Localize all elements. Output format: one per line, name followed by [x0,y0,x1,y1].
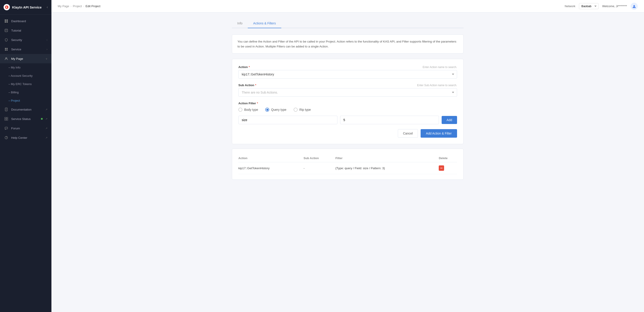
radio-rip-label: Rip type [300,108,311,111]
breadcrumb: My Page › Project › Edit Project [58,5,100,8]
svg-rect-12 [6,50,8,51]
network-select[interactable]: Baobab Cypress [579,3,598,9]
service-label: Service [11,48,44,51]
row-sub-action: - [304,162,336,174]
service-icon [4,47,8,52]
svg-rect-18 [5,117,6,119]
filter-add-button[interactable]: Add [442,116,457,124]
service-status-dot [41,118,43,120]
sidebar-item-documentation[interactable]: Documentation ↗ [0,105,52,114]
radio-rip-type[interactable]: Rip type [294,108,311,112]
help-center-icon: ? [4,135,8,140]
sidebar-item-forum[interactable]: Forum ↗ [0,124,52,133]
svg-rect-10 [6,48,8,49]
sub-action-label-row: Sub Action * Enter Sub Action name to se… [238,84,457,87]
sub-action-hint: Enter Sub Action name to search. [417,84,457,87]
action-filter-label: Action Filter [238,102,256,105]
main-area: My Page › Project › Edit Project Network… [52,0,644,312]
dashboard-label: Dashboard [11,20,48,23]
sidebar-item-dashboard[interactable]: Dashboard [0,16,52,26]
page-content: Info Actions & Filters You can define th… [52,13,644,312]
my-page-label: My Page [11,57,43,61]
svg-rect-2 [5,20,6,21]
service-arrow-icon: › [46,48,48,51]
page-header: My Page › Project › Edit Project Network… [52,0,644,13]
sub-action-label: Sub Action [238,84,254,87]
sidebar-item-account-security[interactable]: – Account Security [0,72,52,80]
forum-label: Forum [11,127,43,130]
breadcrumb-sep-1: › [70,5,71,8]
table-row: kip17::GetTokenHistory - {Type: query / … [238,162,457,174]
cancel-button[interactable]: Cancel [398,129,418,138]
forum-ext-icon: ↗ [46,127,48,130]
security-label: Security [11,38,44,42]
sidebar-item-project[interactable]: – Project [0,97,52,105]
add-action-filter-button[interactable]: Add Action & Filter [420,129,457,138]
svg-rect-21 [6,119,8,120]
action-label: Action [238,65,248,69]
logo-title: Klaytn API Service [12,5,42,9]
sidebar-item-billing[interactable]: – Billing [0,88,52,97]
action-hint: Enter Action name to search. [422,66,457,69]
my-page-icon [4,56,8,61]
action-group: Action * Enter Action name to search. ki… [238,65,457,79]
filter-value-input[interactable] [340,116,439,124]
security-arrow-icon: › [46,39,48,41]
svg-rect-9 [5,48,6,49]
radio-body-circle [238,108,242,112]
sidebar-item-my-page[interactable]: My Page ∨ [0,54,52,63]
form-section: Action * Enter Action name to search. ki… [232,59,464,144]
help-center-ext-icon: ↗ [46,136,48,139]
radio-query-type[interactable]: Query type [265,108,286,112]
documentation-icon [4,107,8,112]
radio-query-label: Query type [271,108,286,111]
svg-rect-22 [5,127,8,129]
tab-info[interactable]: Info [232,19,248,28]
delete-button[interactable] [439,165,444,171]
filter-radio-group: Body type Query type Rip type [238,108,457,112]
svg-rect-4 [5,21,6,23]
sidebar: Klaytn API Service ‹ Dashboard Tutorial … [0,0,52,312]
sidebar-collapse-button[interactable]: ‹ [47,5,48,9]
svg-text:?: ? [6,137,7,139]
service-status-label: Service Status [11,117,37,121]
sidebar-logo: Klaytn API Service ‹ [0,0,52,15]
action-buttons: Cancel Add Action & Filter [238,129,457,138]
breadcrumb-project[interactable]: Project [73,5,82,8]
radio-body-type[interactable]: Body type [238,108,258,112]
sidebar-item-my-info[interactable]: – My Info [0,63,52,72]
action-required-star: * [249,65,250,69]
forum-icon [4,126,8,131]
sidebar-item-service-status[interactable]: Service Status ↗ [0,114,52,124]
svg-rect-6 [5,29,8,32]
action-select[interactable]: kip17::GetTokenHistory [238,70,457,79]
breadcrumb-my-page[interactable]: My Page [58,5,69,8]
sub-action-required-star: * [255,84,256,87]
breadcrumb-edit-project: Edit Project [86,5,100,8]
svg-point-25 [634,5,635,7]
actions-table: Action Sub Action Filter Delete kip17::G… [238,154,457,174]
filter-inputs: Add [238,116,457,124]
tutorial-icon [4,28,8,33]
sidebar-item-tutorial[interactable]: Tutorial [0,26,52,35]
action-filter-label-row: Action Filter * [238,102,457,105]
account-security-label: – Account Security [8,74,48,78]
sidebar-nav: Dashboard Tutorial Security › Service › [0,15,52,312]
table-section: Action Sub Action Filter Delete kip17::G… [232,149,464,180]
user-avatar[interactable] [630,3,638,10]
sub-action-select[interactable]: There are no Sub Actions. [238,88,457,97]
sidebar-item-my-erc-tokens[interactable]: – My ERC Tokens [0,80,52,88]
sidebar-item-security[interactable]: Security › [0,35,52,45]
row-action: kip17::GetTokenHistory [238,162,304,174]
row-filter: {Type: query / Field: size / Pattern: 3} [336,162,439,174]
filter-key-input[interactable] [238,116,338,124]
sidebar-item-service[interactable]: Service › [0,45,52,54]
radio-body-label: Body type [244,108,258,111]
tabs: Info Actions & Filters [232,19,464,28]
table-header-row: Action Sub Action Filter Delete [238,154,457,162]
svg-rect-19 [6,117,8,119]
tab-actions-filters[interactable]: Actions & Filters [248,19,281,28]
help-center-label: Help Center [11,136,43,139]
sidebar-item-help-center[interactable]: ? Help Center ↗ [0,133,52,142]
welcome-text: Welcome, Ji******** [602,5,627,8]
